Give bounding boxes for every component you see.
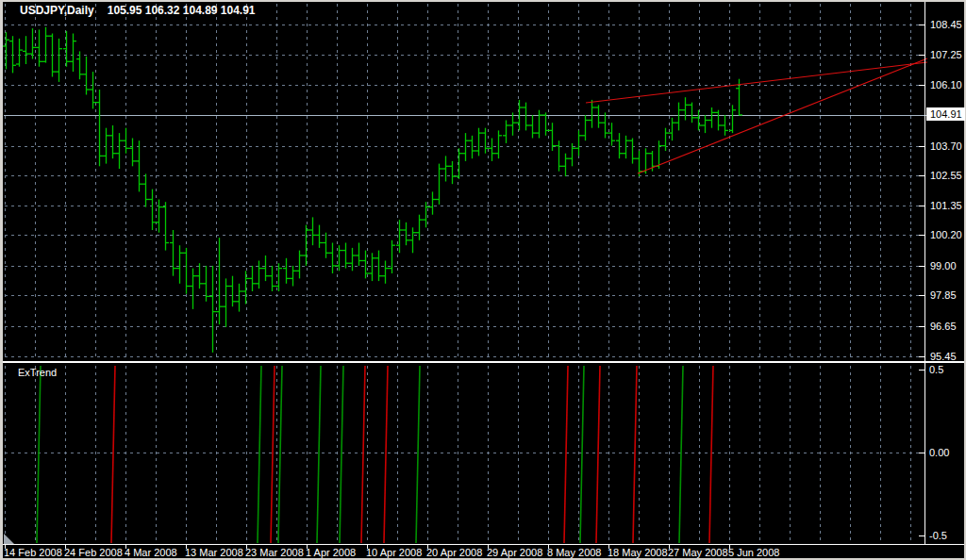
terminal-chart-window: USDJPY,Daily105.95 106.32 104.89 104.91 … — [0, 0, 966, 560]
indicator-signals — [37, 366, 713, 543]
axis-ticks — [6, 25, 925, 550]
price-bars — [3, 27, 742, 353]
ohlc-quote-label: 105.95 106.32 104.89 104.91 — [108, 4, 256, 17]
upper-wedge-line[interactable] — [586, 62, 927, 103]
horizontal-gridlines — [5, 25, 924, 453]
price-axis-border — [924, 2, 925, 545]
vertical-gridlines — [6, 4, 911, 543]
indicator-name-label: ExTrend — [18, 367, 57, 378]
panel-resize-grip[interactable] — [4, 534, 14, 544]
last-price-label: 104.91 — [926, 107, 965, 121]
chart-canvas[interactable] — [0, 0, 966, 560]
symbol-period-label: USDJPY,Daily — [20, 4, 94, 17]
chart-title: USDJPY,Daily105.95 106.32 104.89 104.91 — [20, 4, 256, 17]
time-axis-separator — [3, 544, 964, 545]
panel-separator[interactable] — [3, 361, 964, 363]
